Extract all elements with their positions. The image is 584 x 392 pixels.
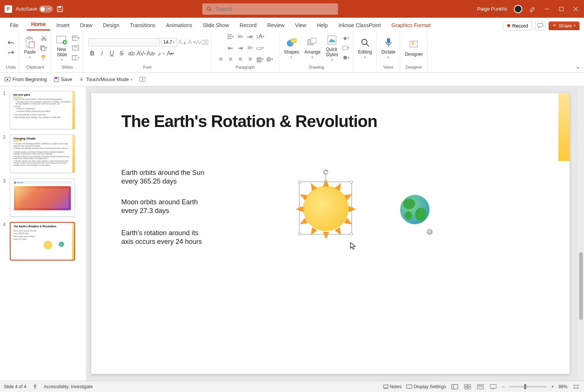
smartart-button[interactable]: ⚙▾ [266,55,274,63]
reading-view-button[interactable] [476,383,485,390]
strike-button[interactable]: S [118,49,126,58]
align-text-button[interactable]: ▭▾ [256,44,264,52]
copy-button[interactable]: ▾ [40,44,48,52]
search-box[interactable] [202,3,338,15]
thumbnail-1[interactable]: Get into pairs• Discuss the cause & effe… [10,91,75,129]
bullets-button[interactable]: ☰▾ [226,32,235,41]
earth-graphic[interactable] [400,195,430,224]
normal-view-button[interactable] [451,383,459,390]
slide-editor[interactable]: The Earth's Rotation & Revolution Earth … [87,86,584,381]
format-painter-button[interactable] [40,54,48,62]
numbering-button[interactable]: ≡▾ [236,32,245,41]
paste-button[interactable]: Paste▾ [22,36,37,60]
maximize-button[interactable] [558,7,565,11]
columns-button[interactable]: ▥▾ [256,55,264,63]
cut-button[interactable] [40,34,48,42]
font-family-select[interactable] [88,38,160,46]
redo-button[interactable] [7,49,15,57]
user-name[interactable]: Paige Puntillo [477,6,508,12]
arrange-button[interactable]: Arrange▾ [303,36,322,60]
close-button[interactable] [572,7,579,11]
tab-help[interactable]: Help [312,20,332,31]
body-text-3[interactable]: Earth's rotation around its axis occurs … [121,229,204,247]
highlight-button[interactable]: ▾ [157,49,165,58]
slide-canvas[interactable]: The Earth's Rotation & Revolution Earth … [91,93,570,374]
zoom-out-button[interactable]: − [502,384,505,389]
qat-customize-button[interactable]: ⇩ [139,77,145,82]
increase-font-button[interactable]: A▲ [179,38,187,46]
display-settings-button[interactable]: Display Settings [406,384,446,389]
align-center-button[interactable]: ≡ [226,55,235,63]
pen-icon[interactable] [529,5,537,13]
align-right-button[interactable]: ≡ [236,55,245,63]
selection-box[interactable] [299,182,352,234]
zoom-level[interactable]: 86% [558,384,567,389]
font-color-button[interactable]: A▾ [167,49,175,58]
quick-styles-button[interactable]: Quick Styles▾ [324,33,340,63]
handle-sw[interactable] [298,233,301,236]
record-button[interactable]: Record [503,21,532,31]
text-direction-button[interactable]: ↕A▾ [256,32,264,41]
handle-se[interactable] [350,233,353,236]
undo-button[interactable] [7,39,15,47]
tab-classpoint[interactable]: Inknoe ClassPoint [334,20,385,31]
share-button[interactable]: Share▾ [549,21,579,30]
justify-button[interactable]: ≡ [246,55,254,63]
body-text-2[interactable]: Moon orbits around Earth every 27.3 days [121,198,204,216]
clear-format-button[interactable]: A⌫ [198,38,206,46]
body-text-1[interactable]: Earth orbits around the Sun every 365.25… [121,168,208,186]
accessibility-status[interactable]: Accessibility: Investigate [44,384,93,389]
spacing-button[interactable]: AV▾ [137,49,145,58]
comments-button[interactable] [535,21,546,31]
italic-button[interactable]: I [98,49,106,58]
thumbnail-3[interactable]: ⬤ Browser [10,178,75,217]
font-size-select[interactable]: 14.7▾ [161,38,177,46]
save-icon[interactable] [57,6,63,12]
sun-graphic[interactable] [303,186,349,231]
shadow-button[interactable]: ab [127,49,136,58]
align-left-button[interactable]: ≡ [217,55,225,63]
slide-thumbnails[interactable]: 1 Get into pairs• Discuss the cause & ef… [0,86,87,381]
qat-save-button[interactable]: Save [54,77,72,82]
zoom-in-button[interactable]: + [551,384,554,389]
decrease-indent-button[interactable]: ⇤ [226,44,235,52]
list-level-button[interactable]: ⇥▾ [246,32,254,41]
designer-button[interactable]: Designer [403,38,424,58]
sorter-view-button[interactable] [463,383,472,390]
tab-insert[interactable]: Insert [52,20,74,31]
tab-animations[interactable]: Animations [162,20,197,31]
tab-graphics-format[interactable]: Graphics Format [387,20,435,31]
tab-design[interactable]: Design [98,20,124,31]
thumbnail-2[interactable]: Changing Climate• Climate is the average… [10,135,75,173]
tab-draw[interactable]: Draw [75,20,97,31]
fit-to-window-button[interactable] [572,383,580,390]
line-spacing-button[interactable]: ≡▾ [246,44,254,52]
slideshow-view-button[interactable] [489,383,497,390]
decrease-font-button[interactable]: A▼ [188,38,197,46]
new-slide-button[interactable]: New Slide▾ [54,33,69,63]
handle-nw[interactable] [298,181,301,184]
tab-review[interactable]: Review [263,20,289,31]
moon-graphic[interactable] [427,229,433,235]
collapse-ribbon-button[interactable]: ⌄ [575,63,580,70]
zoom-slider[interactable] [509,386,547,387]
accessibility-icon[interactable] [32,384,38,389]
thumbnail-4[interactable]: The Earth's Rotation & Revolution Earth … [10,222,75,260]
tab-file[interactable]: File [5,20,23,31]
notes-button[interactable]: Notes [383,384,402,389]
tab-view[interactable]: View [290,20,311,31]
increase-indent-button[interactable]: ⇥ [236,44,245,52]
dictate-button[interactable]: Dictate▾ [380,36,397,60]
reset-button[interactable] [72,44,80,52]
autosave-toggle[interactable]: AutoSave Off [16,6,53,12]
layout-button[interactable]: ▾ [72,34,80,42]
handle-ne[interactable] [350,181,353,184]
vertical-scrollbar[interactable] [577,86,584,381]
search-input[interactable] [215,6,333,12]
tab-home[interactable]: Home [27,19,50,31]
shapes-button[interactable]: Shapes▾ [282,36,301,60]
slide-title[interactable]: The Earth's Rotation & Revolution [121,112,377,131]
shape-outline-button[interactable]: ▾ [342,44,350,52]
bold-button[interactable]: B [88,49,96,58]
minimize-button[interactable] [543,7,551,11]
